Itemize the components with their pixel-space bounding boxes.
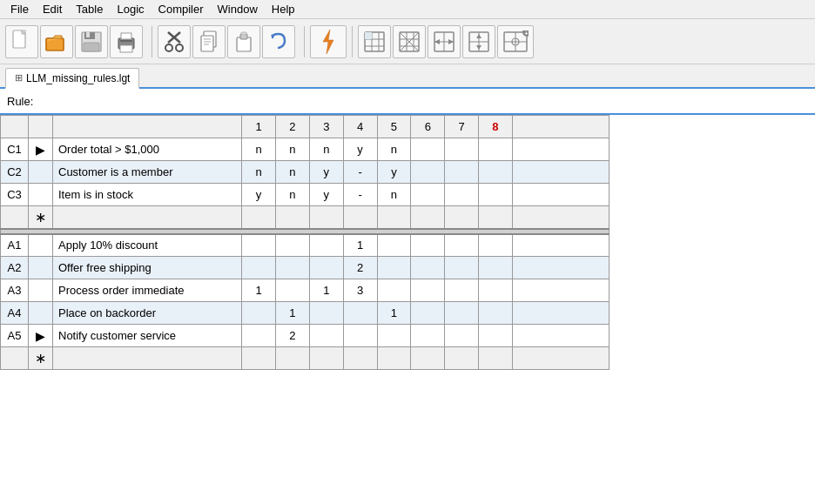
c2-col7[interactable] [445,161,479,184]
a2-col1[interactable] [242,257,276,279]
a1-col7[interactable] [445,234,479,257]
paste-button[interactable] [227,25,260,58]
grid5-button[interactable]: + [497,25,534,58]
c3-col6[interactable] [411,184,445,206]
c1-col5[interactable]: n [377,138,411,161]
a5-col6[interactable] [411,325,445,347]
c1-col1[interactable]: n [242,138,276,161]
c2-col5[interactable]: y [377,161,411,184]
a3-col7[interactable] [445,279,479,302]
a3-col6[interactable] [411,279,445,302]
a2-col3[interactable] [309,257,343,279]
c1-col4[interactable]: y [343,138,377,161]
tab-file[interactable]: ⊞ LLM_missing_rules.lgt [5,68,139,89]
c1-col7[interactable] [445,138,479,161]
a2-col8[interactable] [479,257,513,279]
wc-col6[interactable] [411,206,445,229]
wa-col1[interactable] [242,347,276,370]
c2-col6[interactable] [411,161,445,184]
grid3-button[interactable] [428,25,461,58]
c3-col7[interactable] [445,184,479,206]
c3-col8[interactable] [479,184,513,206]
menu-table[interactable]: Table [69,1,110,17]
c2-col2[interactable]: n [276,161,310,184]
c3-col3[interactable]: y [309,184,343,206]
grid4-button[interactable] [462,25,495,58]
a1-col4[interactable]: 1 [343,234,377,257]
a5-col7[interactable] [445,325,479,347]
a5-col4[interactable] [343,325,377,347]
rule-input[interactable] [37,95,808,108]
c3-col1[interactable]: y [242,184,276,206]
a4-col6[interactable] [411,302,445,325]
a5-col3[interactable] [309,325,343,347]
wc-col2[interactable] [276,206,310,229]
a4-col1[interactable] [242,302,276,325]
wc-col8[interactable] [479,206,513,229]
a5-col8[interactable] [479,325,513,347]
a5-col5[interactable] [377,325,411,347]
c1-col8[interactable] [479,138,513,161]
wc-col4[interactable] [343,206,377,229]
table-area[interactable]: 1 2 3 4 5 6 7 8 C1 ▶ Order total > $1,00… [0,115,815,504]
a1-col6[interactable] [411,234,445,257]
wa-col5[interactable] [377,347,411,370]
menu-compiler[interactable]: Compiler [152,1,211,17]
a1-col5[interactable] [377,234,411,257]
a2-col7[interactable] [445,257,479,279]
menu-window[interactable]: Window [211,1,265,17]
wa-col6[interactable] [411,347,445,370]
menu-logic[interactable]: Logic [110,1,151,17]
a4-col8[interactable] [479,302,513,325]
undo-button[interactable] [262,25,295,58]
a3-col2[interactable] [276,279,310,302]
menu-file[interactable]: File [3,1,36,17]
save-button[interactable] [75,25,108,58]
a3-col8[interactable] [479,279,513,302]
menu-edit[interactable]: Edit [36,1,69,17]
c2-col4[interactable]: - [343,161,377,184]
menu-help[interactable]: Help [265,1,302,17]
a1-col2[interactable] [276,234,310,257]
a4-col2[interactable]: 1 [276,302,310,325]
wa-col3[interactable] [309,347,343,370]
wc-col7[interactable] [445,206,479,229]
print-button[interactable] [110,25,143,58]
c3-col2[interactable]: n [276,184,310,206]
a2-col4[interactable]: 2 [343,257,377,279]
a2-col6[interactable] [411,257,445,279]
c3-col4[interactable]: - [343,184,377,206]
a2-col5[interactable] [377,257,411,279]
a4-col5[interactable]: 1 [377,302,411,325]
c2-col8[interactable] [479,161,513,184]
a1-col1[interactable] [242,234,276,257]
c1-col2[interactable]: n [276,138,310,161]
a4-col4[interactable] [343,302,377,325]
cut-button[interactable] [158,25,191,58]
grid2-button[interactable] [393,25,426,58]
open-button[interactable] [40,25,73,58]
a3-col1[interactable]: 1 [242,279,276,302]
wc-col1[interactable] [242,206,276,229]
wc-col3[interactable] [309,206,343,229]
wa-col8[interactable] [479,347,513,370]
a5-col1[interactable] [242,325,276,347]
grid1-button[interactable] [358,25,391,58]
a4-col7[interactable] [445,302,479,325]
a3-col5[interactable] [377,279,411,302]
c1-col6[interactable] [411,138,445,161]
c2-col3[interactable]: y [309,161,343,184]
c3-col5[interactable]: n [377,184,411,206]
a2-col2[interactable] [276,257,310,279]
c1-col3[interactable]: n [309,138,343,161]
copy-button[interactable] [192,25,226,58]
a4-col3[interactable] [309,302,343,325]
a3-col3[interactable]: 1 [309,279,343,302]
wc-col5[interactable] [377,206,411,229]
wa-col2[interactable] [276,347,310,370]
a1-col3[interactable] [309,234,343,257]
a5-col2[interactable]: 2 [276,325,310,347]
new-button[interactable] [5,25,38,58]
a3-col4[interactable]: 3 [343,279,377,302]
a1-col8[interactable] [479,234,513,257]
